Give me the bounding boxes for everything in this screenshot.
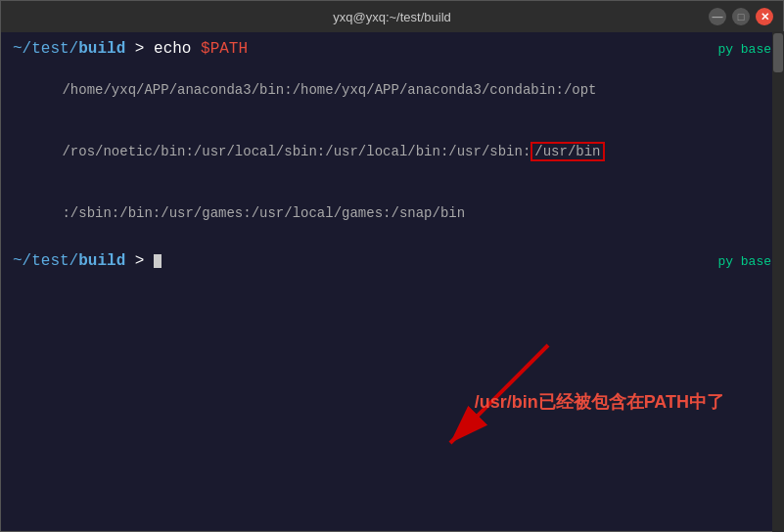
window-title: yxq@yxq:~/test/build <box>333 10 451 24</box>
path-output-1: /home/yxq/APP/anaconda3/bin:/home/yxq/AP… <box>13 60 771 121</box>
maximize-button[interactable]: □ <box>732 8 750 25</box>
minimize-button[interactable]: — <box>709 8 726 25</box>
terminal-window: yxq@yxq:~/test/build — □ ✕ ~/test/build … <box>0 0 784 532</box>
path-text-3: :/sbin:/bin:/usr/games:/usr/local/games:… <box>62 205 465 221</box>
empty-prompt-line: ~/test/build > py base <box>13 252 771 270</box>
prompt-bold: build <box>78 40 125 58</box>
scrollbar-thumb[interactable] <box>773 33 783 72</box>
annotation-text: /usr/bin已经被包含在PATH中了 <box>475 390 724 414</box>
scrollbar[interactable] <box>772 31 784 532</box>
py-base-badge-1: py base <box>717 42 771 57</box>
path-output-2: /ros/noetic/bin:/usr/local/sbin:/usr/loc… <box>13 121 771 183</box>
path-output-3: :/sbin:/bin:/usr/games:/usr/local/games:… <box>13 183 771 244</box>
path-text-1: /home/yxq/APP/anaconda3/bin:/home/yxq/AP… <box>62 82 596 98</box>
prompt-arrow: > <box>125 40 154 58</box>
window-controls: — □ ✕ <box>709 8 773 25</box>
path-text-2: /ros/noetic/bin:/usr/local/sbin:/usr/loc… <box>62 144 530 159</box>
echo-cmd: echo <box>154 40 201 58</box>
terminal-cursor <box>154 254 161 268</box>
prompt2-arrow: > <box>125 252 154 270</box>
path-var: $PATH <box>201 40 248 58</box>
prompt2-bold: build <box>78 252 125 270</box>
prompt2-text: ~/test/build > <box>13 252 161 270</box>
py-base-badge-2: py base <box>717 254 771 269</box>
titlebar: yxq@yxq:~/test/build — □ ✕ <box>1 1 783 32</box>
prompt-text: ~/test/build > echo $PATH <box>13 40 248 58</box>
prompt2-tilde: ~/test/ <box>13 252 78 270</box>
command-line: ~/test/build > echo $PATH py base <box>13 40 771 58</box>
terminal-body[interactable]: ~/test/build > echo $PATH py base /home/… <box>1 32 783 531</box>
prompt-tilde: ~/test/ <box>13 40 78 58</box>
close-button[interactable]: ✕ <box>756 8 773 25</box>
path-highlight: /usr/bin <box>530 142 604 161</box>
